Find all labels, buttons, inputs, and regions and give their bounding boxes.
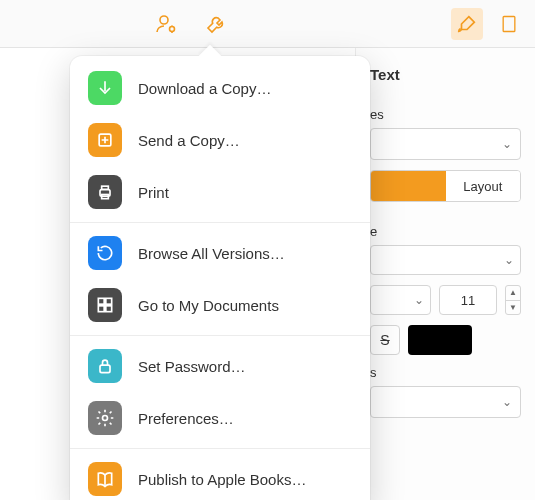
menu-item-label: Browse All Versions…	[138, 245, 285, 262]
font-weight-select[interactable]: ⌄	[370, 285, 431, 315]
paragraph-style-select[interactable]: ⌄	[370, 128, 521, 160]
stepper-up[interactable]: ▲	[506, 286, 520, 301]
menu-item-send-copy[interactable]: Send a Copy…	[70, 114, 370, 166]
toolbar	[0, 0, 535, 48]
menu-item-print[interactable]: Print	[70, 166, 370, 218]
menu-divider	[70, 448, 370, 449]
chevron-down-icon: ⌄	[502, 137, 512, 151]
section-label-styles: es	[370, 107, 521, 122]
collaborate-icon	[154, 12, 178, 36]
tools-button[interactable]	[200, 8, 232, 40]
menu-item-label: Set Password…	[138, 358, 246, 375]
print-icon	[88, 175, 122, 209]
text-color-well[interactable]	[408, 325, 472, 355]
svg-rect-11	[100, 365, 110, 373]
document-settings-button[interactable]	[493, 8, 525, 40]
seg-layout[interactable]: Layout	[446, 171, 521, 201]
menu-divider	[70, 335, 370, 336]
lock-icon	[88, 349, 122, 383]
menu-item-label: Send a Copy…	[138, 132, 240, 149]
format-button[interactable]	[451, 8, 483, 40]
menu-item-my-documents[interactable]: Go to My Documents	[70, 279, 370, 331]
stepper-down[interactable]: ▼	[506, 301, 520, 315]
gear-icon	[88, 401, 122, 435]
svg-point-1	[170, 27, 175, 32]
versions-icon	[88, 236, 122, 270]
menu-item-label: Publish to Apple Books…	[138, 471, 306, 488]
menu-item-label: Download a Copy…	[138, 80, 271, 97]
brush-icon	[456, 13, 478, 35]
chevron-down-icon: ⌄	[502, 395, 512, 409]
collaborate-button[interactable]	[150, 8, 182, 40]
misc-select[interactable]: ⌄	[370, 386, 521, 418]
document-icon	[499, 13, 519, 35]
book-icon	[88, 462, 122, 496]
svg-rect-7	[98, 298, 104, 304]
menu-item-preferences[interactable]: Preferences…	[70, 392, 370, 444]
menu-item-set-password[interactable]: Set Password…	[70, 340, 370, 392]
svg-rect-10	[106, 306, 112, 312]
layout-segmented-control: Layout	[370, 170, 521, 202]
download-icon	[88, 71, 122, 105]
font-size-field[interactable]: 11	[439, 285, 497, 315]
section-label-font: e	[370, 224, 521, 239]
inspector-panel: Text es ⌄ Layout e ⌄ ⌄ 11 ▲ ▼ S s ⌄	[355, 48, 535, 500]
documents-grid-icon	[88, 288, 122, 322]
wrench-icon	[204, 12, 228, 36]
menu-item-label: Preferences…	[138, 410, 234, 427]
menu-divider	[70, 222, 370, 223]
send-copy-icon	[88, 123, 122, 157]
section-label-s: s	[370, 365, 521, 380]
menu-item-browse-versions[interactable]: Browse All Versions…	[70, 227, 370, 279]
inspector-tab-text[interactable]: Text	[370, 66, 521, 83]
font-family-select[interactable]: ⌄	[370, 245, 521, 275]
svg-rect-2	[503, 17, 515, 32]
menu-item-label: Go to My Documents	[138, 297, 279, 314]
svg-point-12	[103, 416, 108, 421]
chevron-down-icon: ⌄	[414, 293, 424, 307]
menu-item-download-copy[interactable]: Download a Copy…	[70, 62, 370, 114]
font-size-stepper[interactable]: ▲ ▼	[505, 285, 521, 315]
svg-rect-9	[98, 306, 104, 312]
menu-item-publish-apple-books[interactable]: Publish to Apple Books…	[70, 453, 370, 500]
chevron-down-icon: ⌄	[504, 253, 514, 267]
svg-rect-5	[102, 186, 109, 189]
tools-menu: Download a Copy… Send a Copy… Print Brow…	[70, 56, 370, 500]
svg-rect-8	[106, 298, 112, 304]
menu-item-label: Print	[138, 184, 169, 201]
seg-style[interactable]	[371, 171, 446, 201]
strikethrough-button[interactable]: S	[370, 325, 400, 355]
svg-point-0	[160, 16, 168, 24]
